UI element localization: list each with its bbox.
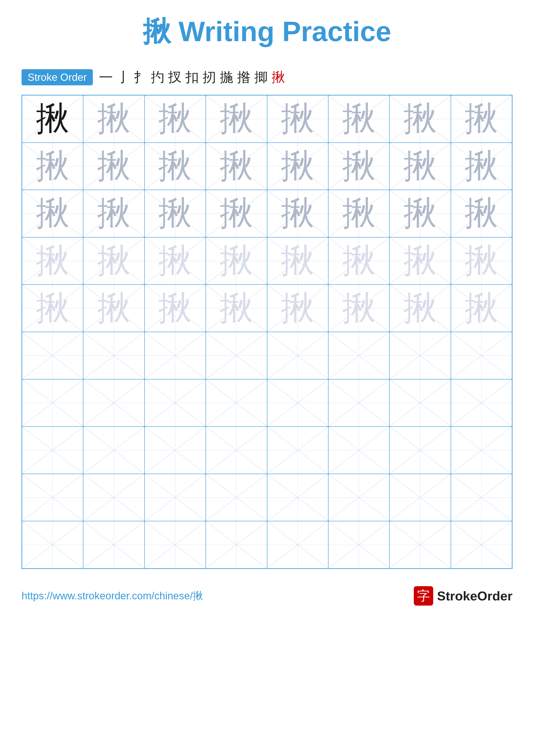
grid-cell[interactable]: 揪: [328, 237, 390, 285]
grid-cell[interactable]: [206, 474, 267, 521]
grid-cell[interactable]: 揪: [206, 284, 267, 332]
grid-cell[interactable]: 揪: [83, 143, 144, 190]
grid-cell[interactable]: 揪: [451, 190, 512, 237]
grid-cell[interactable]: 揪: [328, 95, 390, 143]
grid-cell[interactable]: 揪: [83, 190, 144, 237]
stroke-step-2: 扌: [134, 68, 147, 86]
practice-char: 揪: [97, 149, 131, 183]
grid-cell[interactable]: [390, 379, 451, 427]
grid-cell[interactable]: [144, 332, 206, 379]
grid-cell[interactable]: 揪: [267, 284, 328, 332]
grid-cell[interactable]: [328, 521, 390, 569]
grid-cell[interactable]: [22, 521, 83, 569]
grid-cell[interactable]: 揪: [144, 284, 206, 332]
grid-cell[interactable]: 揪: [22, 237, 83, 285]
grid-cell[interactable]: 揪: [390, 190, 451, 237]
grid-cell[interactable]: [206, 521, 267, 569]
practice-char: 揪: [342, 244, 376, 278]
grid-cell[interactable]: [451, 426, 512, 474]
grid-cell[interactable]: [83, 332, 144, 379]
grid-cell[interactable]: [22, 379, 83, 427]
practice-char: 揪: [36, 197, 69, 230]
grid-cell[interactable]: 揪: [390, 284, 451, 332]
footer: https://www.strokeorder.com/chinese/揪 字 …: [21, 582, 513, 606]
practice-char: 揪: [36, 244, 69, 278]
grid-cell[interactable]: [390, 332, 451, 379]
grid-cell[interactable]: [83, 474, 144, 521]
grid-cell[interactable]: [144, 379, 206, 427]
practice-char: 揪: [158, 102, 192, 136]
grid-cell[interactable]: [451, 332, 512, 379]
grid-cell[interactable]: 揪: [267, 143, 328, 190]
grid-cell[interactable]: [390, 474, 451, 521]
grid-cell[interactable]: [328, 332, 390, 379]
practice-char: 揪: [342, 197, 376, 230]
grid-cell[interactable]: [328, 426, 390, 474]
grid-cell[interactable]: 揪: [267, 95, 328, 143]
grid-cell[interactable]: [22, 474, 83, 521]
practice-char: 揪: [342, 102, 376, 136]
grid-cell[interactable]: 揪: [144, 190, 206, 237]
practice-char: 揪: [97, 292, 131, 325]
grid-cell[interactable]: 揪: [144, 143, 206, 190]
grid-cell[interactable]: 揪: [328, 143, 390, 190]
grid-cell[interactable]: [83, 379, 144, 427]
practice-char: 揪: [97, 244, 131, 278]
grid-cell[interactable]: [328, 474, 390, 521]
grid-cell[interactable]: 揪: [83, 95, 144, 143]
grid-cell[interactable]: 揪: [206, 95, 267, 143]
grid-cell[interactable]: 揪: [206, 237, 267, 285]
grid-cell[interactable]: [267, 474, 328, 521]
grid-cell[interactable]: 揪: [83, 284, 144, 332]
practice-char: 揪: [403, 244, 437, 278]
footer-url[interactable]: https://www.strokeorder.com/chinese/揪: [21, 589, 203, 603]
grid-cell[interactable]: 揪: [267, 237, 328, 285]
grid-cell[interactable]: [390, 426, 451, 474]
grid-cell[interactable]: [206, 332, 267, 379]
grid-cell[interactable]: [267, 332, 328, 379]
grid-cell[interactable]: [390, 521, 451, 569]
grid-cell[interactable]: [144, 521, 206, 569]
grid-cell[interactable]: [206, 426, 267, 474]
grid-cell[interactable]: 揪: [390, 95, 451, 143]
grid-cell[interactable]: 揪: [206, 143, 267, 190]
practice-char: 揪: [36, 102, 69, 136]
practice-char: 揪: [158, 149, 192, 183]
grid-cell[interactable]: [83, 426, 144, 474]
grid-cell[interactable]: [144, 474, 206, 521]
grid-cell[interactable]: [83, 521, 144, 569]
stroke-step-6: 扨: [203, 68, 216, 86]
grid-cell[interactable]: 揪: [22, 284, 83, 332]
grid-cell[interactable]: 揪: [83, 237, 144, 285]
grid-cell[interactable]: [206, 379, 267, 427]
grid-cell[interactable]: 揪: [451, 143, 512, 190]
practice-char: 揪: [158, 244, 192, 278]
grid-cell[interactable]: [144, 426, 206, 474]
grid-cell[interactable]: [451, 379, 512, 427]
grid-cell[interactable]: 揪: [451, 284, 512, 332]
grid-cell[interactable]: 揪: [22, 143, 83, 190]
grid-cell[interactable]: [451, 474, 512, 521]
grid-cell[interactable]: 揪: [328, 190, 390, 237]
grid-cell[interactable]: [451, 521, 512, 569]
grid-cell[interactable]: 揪: [144, 95, 206, 143]
grid-cell[interactable]: [328, 379, 390, 427]
grid-cell[interactable]: [267, 426, 328, 474]
grid-cell[interactable]: 揪: [390, 143, 451, 190]
grid-cell[interactable]: 揪: [390, 237, 451, 285]
practice-char: 揪: [281, 149, 314, 183]
grid-cell[interactable]: 揪: [22, 95, 83, 143]
grid-cell[interactable]: [22, 426, 83, 474]
grid-cell[interactable]: 揪: [451, 237, 512, 285]
grid-cell[interactable]: [267, 521, 328, 569]
grid-cell[interactable]: 揪: [206, 190, 267, 237]
grid-cell[interactable]: 揪: [267, 190, 328, 237]
grid-cell[interactable]: [22, 332, 83, 379]
stroke-order-row: Stroke Order ㇐亅扌扚扠扣扨揓揝揤揪: [21, 68, 513, 86]
grid-cell[interactable]: 揪: [22, 190, 83, 237]
practice-char: 揪: [281, 244, 314, 278]
grid-cell[interactable]: [267, 379, 328, 427]
grid-cell[interactable]: 揪: [328, 284, 390, 332]
grid-cell[interactable]: 揪: [144, 237, 206, 285]
grid-cell[interactable]: 揪: [451, 95, 512, 143]
